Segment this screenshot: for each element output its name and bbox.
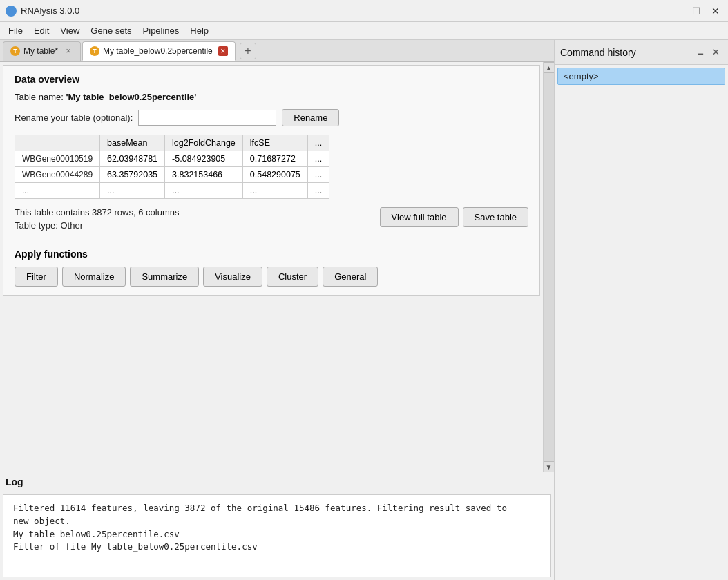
table-row: WBGene00044289 63.35792035 3.832153466 0… xyxy=(15,167,329,183)
command-history-close-button[interactable]: ✕ xyxy=(709,46,722,59)
menu-bar: FileEditViewGene setsPipelinesHelp xyxy=(0,22,728,40)
menu-item-help[interactable]: Help xyxy=(184,24,214,37)
visualize-button[interactable]: Visualize xyxy=(203,267,262,287)
log-area: Filtered 11614 features, leaving 3872 of… xyxy=(3,494,551,577)
col-header-more: ... xyxy=(307,135,329,151)
filter-button[interactable]: Filter xyxy=(15,267,58,287)
tab-tab2[interactable]: TMy table_below0.25percentile× xyxy=(82,41,236,61)
window-controls: — ☐ ✕ xyxy=(670,4,722,18)
center-area: TMy table*×TMy table_below0.25percentile… xyxy=(0,40,554,580)
menu-item-view[interactable]: View xyxy=(55,24,85,37)
table-name-row: Table name: 'My table_below0.25percentil… xyxy=(15,92,528,102)
col-header-basemean: baseMean xyxy=(100,135,165,151)
scrollbar-area[interactable]: ▲ ▼ xyxy=(543,62,554,472)
gene-id-1: WBGene00044289 xyxy=(15,167,100,183)
log-line-1: new object. xyxy=(13,515,541,528)
lfcse-1: 0.548290075 xyxy=(242,167,307,183)
apply-functions: Apply functions Filter Normalize Summari… xyxy=(15,249,528,287)
tab-label-tab2: My table_below0.25percentile xyxy=(103,46,213,56)
ellipsis-1: ... xyxy=(100,183,165,199)
col-header-log2fc: log2FoldChange xyxy=(165,135,243,151)
command-history-minimize-button[interactable]: 🗕 xyxy=(693,46,707,59)
scroll-track[interactable] xyxy=(544,73,554,461)
more-1: ... xyxy=(307,167,329,183)
apply-functions-title: Apply functions xyxy=(15,249,528,260)
log-line-2: My table_below0.25percentile.csv xyxy=(13,528,541,541)
save-table-button[interactable]: Save table xyxy=(463,207,528,227)
main-area: TMy table*×TMy table_below0.25percentile… xyxy=(0,40,728,580)
log2fc-1: 3.832153466 xyxy=(165,167,243,183)
gene-id-0: WBGene00010519 xyxy=(15,151,100,167)
command-history-header: Command history 🗕 ✕ xyxy=(555,40,728,65)
table-row-ellipsis: ... ... ... ... ... xyxy=(15,183,329,199)
tab-label-tab1: My table* xyxy=(23,46,58,56)
ellipsis-4: ... xyxy=(307,183,329,199)
data-table: baseMean log2FoldChange lfcSE ... WBGene… xyxy=(15,135,329,199)
minimize-button[interactable]: — xyxy=(670,4,684,18)
tab-icon-tab1: T xyxy=(10,46,20,56)
ellipsis-3: ... xyxy=(242,183,307,199)
cluster-button[interactable]: Cluster xyxy=(267,267,318,287)
table-type: Table type: Other xyxy=(15,220,179,231)
col-header-0 xyxy=(15,135,100,151)
tab-close-tab1[interactable]: × xyxy=(64,46,73,56)
table-row: WBGene00010519 62.03948781 -5.084923905 … xyxy=(15,151,329,167)
data-overview-title: Data overview xyxy=(15,74,528,85)
rename-label: Rename your table (optional): xyxy=(15,113,133,123)
log-line-3: Filter of file My table_below0.25percent… xyxy=(13,541,541,554)
rename-input[interactable] xyxy=(138,110,276,126)
data-overview-panel: Data overview Table name: 'My table_belo… xyxy=(3,65,540,296)
more-0: ... xyxy=(307,151,329,167)
col-header-lfcse: lfcSE xyxy=(242,135,307,151)
title-bar: RNAlysis 3.0.0 — ☐ ✕ xyxy=(0,0,728,22)
rename-row: Rename your table (optional): Rename xyxy=(15,109,528,126)
basemean-0: 62.03948781 xyxy=(100,151,165,167)
log-section: Log Filtered 11614 features, leaving 387… xyxy=(0,472,554,580)
normalize-button[interactable]: Normalize xyxy=(62,267,126,287)
add-tab-button[interactable]: + xyxy=(240,43,256,59)
ellipsis-0: ... xyxy=(15,183,100,199)
menu-item-file[interactable]: File xyxy=(3,24,28,37)
general-button[interactable]: General xyxy=(323,267,378,287)
table-name-value: 'My table_below0.25percentile' xyxy=(66,92,196,102)
table-row-count: This table contains 3872 rows, 6 columns xyxy=(15,207,179,218)
app-icon xyxy=(6,6,17,17)
tab-icon-tab2: T xyxy=(90,46,99,56)
lfcse-0: 0.71687272 xyxy=(242,151,307,167)
ellipsis-2: ... xyxy=(165,183,243,199)
close-button[interactable]: ✕ xyxy=(709,4,722,18)
menu-item-gene-sets[interactable]: Gene sets xyxy=(85,24,137,37)
table-info-block: This table contains 3872 rows, 6 columns… xyxy=(15,207,179,238)
content-panel: Data overview Table name: 'My table_belo… xyxy=(0,62,554,580)
overview-content: Data overview Table name: 'My table_belo… xyxy=(0,62,543,472)
log-line-0: Filtered 11614 features, leaving 3872 of… xyxy=(13,502,541,515)
tab-tab1[interactable]: TMy table*× xyxy=(3,41,81,61)
scroll-down-arrow[interactable]: ▼ xyxy=(544,461,555,472)
basemean-1: 63.35792035 xyxy=(100,167,165,183)
maximize-button[interactable]: ☐ xyxy=(689,4,703,18)
overview-scroll-wrapper: Data overview Table name: 'My table_belo… xyxy=(0,62,554,472)
tab-close-tab2[interactable]: × xyxy=(218,46,228,56)
rename-button[interactable]: Rename xyxy=(282,109,339,126)
view-full-table-button[interactable]: View full table xyxy=(380,207,459,227)
app-title: RNAlysis 3.0.0 xyxy=(21,6,670,16)
command-history-title: Command history xyxy=(560,47,692,58)
right-panel: Command history 🗕 ✕ <empty> xyxy=(554,40,728,580)
cmd-item-empty[interactable]: <empty> xyxy=(557,68,725,85)
menu-item-edit[interactable]: Edit xyxy=(28,24,55,37)
log-title: Log xyxy=(0,472,554,492)
summarize-button[interactable]: Summarize xyxy=(130,267,199,287)
table-header-row: baseMean log2FoldChange lfcSE ... xyxy=(15,135,329,151)
command-history-content: <empty> xyxy=(555,65,728,580)
log2fc-0: -5.084923905 xyxy=(165,151,243,167)
menu-item-pipelines[interactable]: Pipelines xyxy=(137,24,185,37)
functions-row: Filter Normalize Summarize Visualize Clu… xyxy=(15,267,528,287)
table-name-label: Table name: xyxy=(15,92,64,102)
scroll-up-arrow[interactable]: ▲ xyxy=(544,62,555,73)
tab-bar: TMy table*×TMy table_below0.25percentile… xyxy=(0,40,554,62)
